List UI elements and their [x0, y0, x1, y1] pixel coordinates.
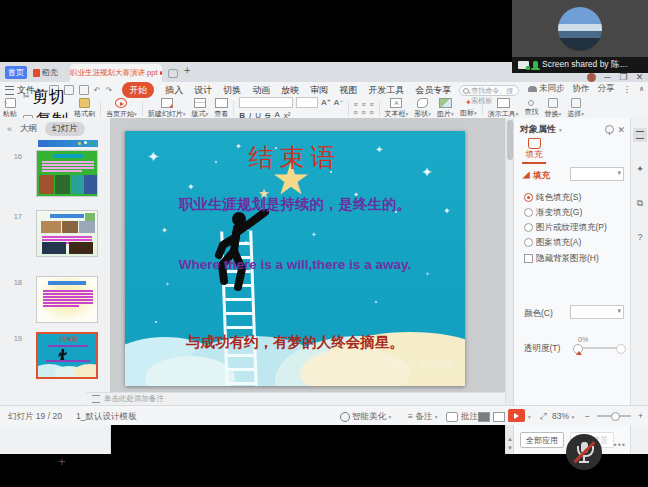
play-options-caret[interactable]: ▾	[528, 411, 531, 421]
smart-beautify-button[interactable]: 智能美化 ▾	[340, 411, 391, 423]
preview-icon[interactable]	[79, 85, 89, 95]
picture-button[interactable]: 图片▾	[434, 98, 457, 119]
add-slide-button[interactable]: +	[58, 454, 66, 469]
slide-text-line3[interactable]: 与成功有约，有梦的人终会摘星。	[125, 333, 465, 352]
icons-button[interactable]: ✦图标▾	[457, 98, 480, 119]
sync-status[interactable]: 未同步	[528, 83, 565, 95]
screen: 首页 稻壳 职业生涯规划大赛演讲.ppt + ─ ❐ ✕ 文件	[0, 0, 648, 487]
new-tab-button[interactable]: +	[184, 64, 190, 76]
pin-icon[interactable]	[605, 125, 614, 134]
paragraph-icons[interactable]: ≡ ≡ ≡≡ ≡ ≡	[351, 98, 376, 119]
normal-view-icon[interactable]	[478, 412, 490, 422]
select-button[interactable]: 选择▾	[564, 98, 587, 119]
panel-more-icon[interactable]: •••	[614, 440, 626, 450]
increase-font-icon[interactable]: A⁺	[321, 98, 331, 107]
format-painter-button[interactable]: 格式刷	[71, 98, 98, 119]
help-rail-icon[interactable]: ?	[633, 230, 647, 244]
template-name[interactable]: 1_默认设计模板	[76, 411, 136, 423]
new-slide-button[interactable]: 新建幻灯片▾	[145, 98, 189, 119]
restore-button[interactable]: ❐	[619, 73, 628, 82]
radio-solid-fill[interactable]	[524, 193, 533, 202]
ribbon-tab-transition[interactable]: 切换	[223, 84, 241, 97]
account-avatar[interactable]	[587, 73, 596, 82]
slide-text-line2[interactable]: Where there is a will,there is a away.	[125, 257, 465, 272]
slide-17-thumbnail[interactable]	[36, 210, 98, 257]
decrease-font-icon[interactable]: A⁻	[334, 98, 344, 107]
slide-18-thumbnail[interactable]	[36, 276, 98, 323]
tab-slides[interactable]: 幻灯片	[45, 122, 85, 136]
cut-button[interactable]: 剪切	[33, 87, 65, 108]
tab-docer[interactable]: 稻壳	[33, 66, 58, 79]
slide-title[interactable]: 结束语	[125, 141, 465, 174]
play-from-current-button[interactable]: 当页开始▾	[103, 98, 140, 119]
shapes-button[interactable]: 形状▾	[411, 98, 434, 119]
ribbon-tab-home[interactable]: 开始	[122, 82, 154, 98]
share-button[interactable]: 分享	[597, 83, 614, 95]
ribbon-tab-design[interactable]: 设计	[194, 84, 212, 97]
fill-section-header[interactable]: ◢ 填充	[522, 170, 550, 182]
comments-button[interactable]: 批注	[446, 411, 478, 423]
text-box-button[interactable]: A文本框▾	[382, 98, 412, 119]
layout-button[interactable]: 版式▾	[189, 98, 212, 119]
font-size-select[interactable]	[296, 97, 318, 108]
replace-button[interactable]: 替换▾	[541, 98, 564, 119]
slideshow-play-button[interactable]	[508, 409, 525, 422]
undo-icon[interactable]: ↶	[94, 86, 101, 95]
slide-16-thumbnail[interactable]	[36, 150, 98, 197]
minimize-button[interactable]: ─	[603, 73, 612, 82]
close-panel-icon[interactable]: ✕	[617, 125, 625, 135]
ribbon-tab-insert[interactable]: 插入	[165, 84, 183, 97]
screen-share-banner: Screen shared by 陈…	[512, 57, 648, 73]
comment-icon[interactable]	[168, 69, 178, 78]
slide-editor[interactable]: ✦ ✦ ✦ ✦ ✦ ✦ ✦ ✦ ✦ ✦ ✦ 结束语 ★ ★ 职业生涯规划是持续的…	[125, 131, 465, 386]
zoom-out-button[interactable]: −	[585, 411, 590, 421]
mute-microphone-button[interactable]	[566, 434, 602, 470]
command-search-input[interactable]: 查找命令、搜索模板	[459, 85, 519, 96]
collapse-ribbon-icon[interactable]: ∧	[639, 85, 644, 93]
ribbon-tab-review[interactable]: 审阅	[310, 84, 328, 97]
zoom-slider-handle[interactable]	[611, 412, 620, 421]
view-button[interactable]: 查看	[211, 98, 231, 119]
tab-home[interactable]: 首页	[5, 66, 27, 79]
collapse-sidebar-button[interactable]: «	[7, 124, 12, 134]
checkbox-hide-background[interactable]	[524, 254, 533, 263]
ribbon-tab-slideshow[interactable]: 放映	[281, 84, 299, 97]
fill-preset-select[interactable]	[570, 167, 624, 181]
slide-15-thumbnail-edge[interactable]	[38, 140, 98, 147]
ribbon-tab-devtools[interactable]: 开发工具	[368, 84, 404, 97]
present-tools-button[interactable]: 演示工具▾	[485, 98, 522, 119]
ribbon-tab-view[interactable]: 视图	[339, 84, 357, 97]
layout-rail-icon[interactable]: ⧉	[633, 196, 647, 210]
scissors-icon[interactable]: ✂	[23, 93, 30, 101]
font-name-select[interactable]	[239, 97, 293, 108]
apply-all-button[interactable]: 全部应用	[520, 432, 564, 448]
find-button[interactable]: 查找	[521, 98, 541, 119]
tab-outline[interactable]: 大纲	[20, 123, 37, 135]
radio-pattern-fill[interactable]	[524, 238, 533, 247]
redo-icon[interactable]: ↷	[105, 86, 112, 95]
zoom-slider[interactable]	[597, 415, 631, 417]
radio-picture-fill[interactable]	[524, 223, 533, 232]
fit-icon[interactable]: ⤢	[540, 411, 547, 422]
tab-document[interactable]: 职业生涯规划大赛演讲.ppt	[70, 64, 162, 82]
sorter-view-icon[interactable]	[493, 412, 505, 422]
effects-rail-icon[interactable]: ✦	[633, 162, 647, 176]
notes-bar[interactable]: 单击此处添加备注	[86, 392, 505, 405]
zoom-in-button[interactable]: +	[638, 411, 643, 421]
close-button[interactable]: ✕	[635, 73, 644, 82]
ribbon-tab-member[interactable]: 会员专享	[415, 84, 451, 97]
notes-toggle-button[interactable]: ≡ 备注 ▾	[408, 411, 437, 423]
color-select[interactable]	[570, 305, 624, 319]
chevron-down-icon[interactable]: ▾	[559, 127, 562, 133]
collaborate-button[interactable]: 协作	[572, 83, 589, 95]
participant-video-tile[interactable]	[512, 0, 648, 57]
more-icon[interactable]: ⋮	[622, 84, 631, 94]
tab-fill[interactable]: 填充	[522, 138, 546, 164]
radio-gradient-fill[interactable]	[524, 208, 533, 217]
zoom-level[interactable]: 83% ▾	[552, 411, 574, 421]
transparency-slider[interactable]	[576, 347, 622, 349]
slide-text-line1[interactable]: 职业生涯规划是持续的，是终生的。	[125, 195, 465, 214]
properties-rail-icon[interactable]	[633, 128, 647, 142]
slide-19-thumbnail-selected[interactable]: 结束语	[36, 332, 98, 379]
ribbon-tab-animation[interactable]: 动画	[252, 84, 270, 97]
